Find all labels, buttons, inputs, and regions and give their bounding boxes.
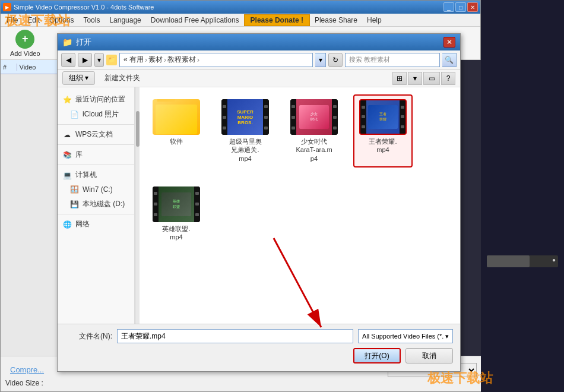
search-button[interactable]: 🔍 — [442, 53, 457, 67]
computer-icon: 💻 — [62, 170, 72, 180]
file-item-mario[interactable]: SUPERMARIOBROS. 超级马里奥兄弟通关.mp4 — [216, 94, 275, 167]
film-hole — [401, 125, 404, 128]
nav-item-wps[interactable]: ☁ WPS云文档 — [58, 127, 134, 142]
file-item-girls[interactable]: 少女时代 少女时代KaraT-ara.mp4 — [284, 94, 344, 167]
video-control-bar: ● — [487, 255, 558, 267]
add-video-button[interactable]: + Add Video — [5, 27, 45, 59]
local-disk-label: 本地磁盘 (D:) — [83, 199, 125, 209]
menu-download[interactable]: Download Free Applications — [146, 15, 244, 26]
path-separator-3: › — [197, 56, 199, 64]
film-hole — [195, 192, 199, 195]
nav-back-button[interactable]: ◀ — [61, 53, 75, 67]
computer-label: 计算机 — [75, 170, 97, 180]
title-bar-left: ▶ Simple Video Compressor V1.0 - 4dots S… — [3, 3, 154, 11]
dialog-footer: 文件名(N): All Supported Video Files (*. ▾ … — [58, 324, 460, 371]
table-header: # Video — [1, 60, 59, 74]
video-content-girls: 少女时代 — [296, 99, 332, 135]
close-button[interactable]: ✕ — [467, 2, 478, 12]
folder-body — [156, 105, 197, 134]
nav-dropdown-button[interactable]: ▾ — [94, 53, 104, 67]
video-size-row: Video Size : — [5, 379, 477, 387]
film-hole — [401, 115, 404, 118]
action-row: 打开(O) 取消 — [65, 348, 453, 363]
menu-help[interactable]: Help — [362, 15, 386, 26]
nav-section-recent: ⭐ 最近访问的位置 📄 iCloud 照片 — [58, 92, 134, 122]
win7-label: Win7 (C:) — [83, 185, 113, 194]
nav-divider-3 — [58, 165, 134, 165]
view-btn-panel[interactable]: ▭ — [423, 72, 440, 85]
view-btn-dropdown[interactable]: ▾ — [408, 72, 422, 85]
col-video: Video — [17, 64, 59, 71]
film-hole — [362, 115, 365, 118]
girls-label: 少女时代 — [310, 112, 318, 122]
path-separator-2: › — [164, 56, 166, 64]
menu-donate[interactable]: Please Donate ! — [244, 14, 310, 26]
dialog-title-bar: 📁 打开 ✕ — [58, 34, 460, 50]
file-item-lol[interactable]: 英雄联盟 英雄联盟.mp4 — [147, 182, 206, 246]
scroll-thumb[interactable] — [136, 111, 140, 147]
app-icon: ▶ — [3, 3, 11, 11]
view-btn-help[interactable]: ? — [441, 72, 455, 85]
film-strip-right-lol — [194, 186, 200, 222]
menu-share[interactable]: Please Share — [310, 15, 362, 26]
file-name-mario: 超级马里奥兄弟通关.mp4 — [229, 137, 262, 163]
video-size-label: Video Size : — [5, 379, 43, 387]
film-hole — [223, 127, 226, 129]
address-path: « 有用 › 素材 › 教程素材 › — [119, 53, 313, 67]
dialog-title-left: 📁 打开 — [62, 37, 91, 48]
film-strip-left-lol — [153, 186, 159, 222]
file-item-king[interactable]: 王者荣耀 王者荣耀.mp4 — [353, 94, 413, 167]
new-folder-button[interactable]: 新建文件夹 — [100, 72, 145, 84]
view-btn-grid[interactable]: ⊞ — [392, 72, 407, 85]
filetype-dropdown[interactable]: All Supported Video Files (*. ▾ — [358, 329, 453, 343]
filename-input[interactable] — [117, 329, 353, 343]
file-thumb-mario: SUPERMARIOBROS. — [221, 99, 269, 135]
local-disk-icon: 💾 — [69, 200, 79, 209]
nav-item-computer[interactable]: 💻 计算机 — [58, 167, 134, 182]
address-bar: ◀ ▶ ▾ 📁 « 有用 › 素材 › 教程素材 › ▾ ↻ 搜索 教程素材 🔍 — [58, 50, 460, 69]
file-thumb-lol: 英雄联盟 — [153, 186, 200, 222]
king-preview: 王者荣耀 — [368, 105, 398, 129]
address-folder-icon: 📁 — [106, 55, 117, 65]
open-button[interactable]: 打开(O) — [353, 348, 401, 363]
cancel-button[interactable]: 取消 — [405, 348, 453, 363]
address-dropdown-button[interactable]: ▾ — [315, 53, 326, 67]
icloud-icon: 📄 — [69, 110, 79, 119]
minimize-button[interactable]: _ — [443, 2, 454, 12]
organize-button[interactable]: 组织 ▾ — [62, 71, 95, 85]
film-hole — [223, 116, 226, 119]
dialog-close-button[interactable]: ✕ — [443, 37, 455, 48]
film-strip-left-king — [360, 100, 366, 134]
video-content-lol: 英雄联盟 — [159, 186, 194, 222]
maximize-button[interactable]: □ — [455, 2, 466, 12]
network-icon: 🌐 — [62, 220, 72, 229]
menu-edit[interactable]: Edit — [23, 15, 45, 26]
menu-options[interactable]: Options — [45, 15, 78, 26]
menu-tools[interactable]: Tools — [78, 15, 104, 26]
video-content-mario: SUPERMARIOBROS. — [227, 99, 263, 135]
path-part-2: 素材 — [148, 55, 163, 65]
search-box: 搜索 教程素材 — [345, 53, 440, 67]
film-hole — [264, 127, 268, 129]
menu-file[interactable]: File — [2, 15, 23, 26]
nav-item-recent[interactable]: ⭐ 最近访问的位置 — [58, 92, 134, 107]
wps-label: WPS云文档 — [75, 129, 113, 140]
compress-link[interactable]: Compre... — [5, 361, 49, 379]
app-window: ▶ Simple Video Compressor V1.0 - 4dots S… — [0, 0, 481, 392]
file-item-software[interactable]: 软件 — [147, 94, 206, 167]
nav-forward-button[interactable]: ▶ — [78, 53, 92, 67]
new-folder-label: 新建文件夹 — [104, 74, 140, 82]
nav-item-local-disk[interactable]: 💾 本地磁盘 (D:) — [58, 197, 134, 211]
film-hole — [333, 127, 337, 129]
path-part-1: « 有用 — [123, 55, 144, 65]
nav-item-network[interactable]: 🌐 网络 — [58, 217, 134, 232]
nav-item-icloud[interactable]: 📄 iCloud 照片 — [58, 107, 134, 122]
menu-language[interactable]: Language — [104, 15, 145, 26]
nav-item-win7[interactable]: 🪟 Win7 (C:) — [58, 182, 134, 197]
left-nav-scrollbar[interactable] — [135, 87, 140, 324]
nav-item-library[interactable]: 📚 库 — [58, 147, 134, 162]
refresh-button[interactable]: ↻ — [328, 53, 343, 67]
dialog-title-icon: 📁 — [62, 37, 72, 47]
film-hole — [264, 116, 268, 119]
film-hole — [362, 106, 365, 109]
